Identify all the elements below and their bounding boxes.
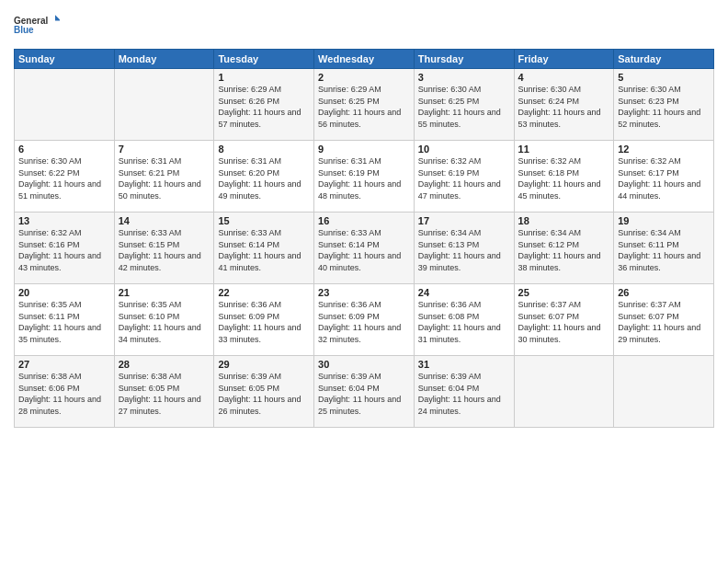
calendar-cell: 17Sunrise: 6:34 AM Sunset: 6:13 PM Dayli… [414, 213, 514, 284]
day-number: 7 [119, 144, 210, 155]
day-number: 8 [218, 144, 310, 155]
calendar-cell: 6Sunrise: 6:30 AM Sunset: 6:22 PM Daylig… [15, 141, 115, 213]
day-info: Sunrise: 6:34 AM Sunset: 6:13 PM Dayligh… [418, 227, 510, 273]
day-number: 12 [618, 144, 710, 155]
day-info: Sunrise: 6:32 AM Sunset: 6:19 PM Dayligh… [418, 155, 510, 201]
day-info: Sunrise: 6:38 AM Sunset: 6:05 PM Dayligh… [119, 371, 210, 417]
day-info: Sunrise: 6:34 AM Sunset: 6:11 PM Dayligh… [618, 227, 710, 273]
day-number: 28 [119, 359, 210, 370]
calendar-cell [15, 69, 115, 141]
calendar-cell: 22Sunrise: 6:36 AM Sunset: 6:09 PM Dayli… [214, 284, 314, 356]
day-number: 4 [518, 72, 610, 83]
weekday-sunday: Sunday [15, 50, 115, 69]
weekday-monday: Monday [114, 50, 214, 69]
weekday-tuesday: Tuesday [214, 50, 314, 69]
day-number: 15 [218, 215, 310, 226]
weekday-saturday: Saturday [614, 50, 714, 69]
day-info: Sunrise: 6:35 AM Sunset: 6:11 PM Dayligh… [18, 299, 110, 345]
day-info: Sunrise: 6:39 AM Sunset: 6:04 PM Dayligh… [318, 371, 410, 417]
day-info: Sunrise: 6:36 AM Sunset: 6:09 PM Dayligh… [218, 299, 310, 345]
week-row-4: 27Sunrise: 6:38 AM Sunset: 6:06 PM Dayli… [15, 356, 714, 428]
day-info: Sunrise: 6:30 AM Sunset: 6:25 PM Dayligh… [418, 84, 510, 130]
calendar-cell: 31Sunrise: 6:39 AM Sunset: 6:04 PM Dayli… [414, 356, 514, 428]
day-number: 2 [318, 72, 410, 83]
weekday-wednesday: Wednesday [314, 50, 415, 69]
day-number: 1 [218, 72, 310, 83]
svg-text:Blue: Blue [14, 25, 34, 35]
day-number: 31 [418, 359, 510, 370]
day-number: 9 [318, 144, 410, 155]
calendar-cell: 10Sunrise: 6:32 AM Sunset: 6:19 PM Dayli… [414, 141, 514, 213]
day-number: 20 [18, 287, 110, 298]
day-number: 6 [18, 144, 110, 155]
day-info: Sunrise: 6:32 AM Sunset: 6:18 PM Dayligh… [518, 155, 610, 201]
week-row-0: 1Sunrise: 6:29 AM Sunset: 6:26 PM Daylig… [15, 69, 714, 141]
calendar-cell: 7Sunrise: 6:31 AM Sunset: 6:21 PM Daylig… [114, 141, 214, 213]
calendar-cell: 27Sunrise: 6:38 AM Sunset: 6:06 PM Dayli… [15, 356, 115, 428]
calendar-cell [614, 356, 714, 428]
calendar-cell: 8Sunrise: 6:31 AM Sunset: 6:20 PM Daylig… [214, 141, 314, 213]
day-info: Sunrise: 6:38 AM Sunset: 6:06 PM Dayligh… [18, 371, 110, 417]
day-info: Sunrise: 6:32 AM Sunset: 6:16 PM Dayligh… [18, 227, 110, 273]
day-info: Sunrise: 6:30 AM Sunset: 6:23 PM Dayligh… [618, 84, 710, 130]
day-info: Sunrise: 6:31 AM Sunset: 6:20 PM Dayligh… [218, 155, 310, 201]
calendar-cell [514, 356, 614, 428]
calendar-cell: 11Sunrise: 6:32 AM Sunset: 6:18 PM Dayli… [514, 141, 614, 213]
day-number: 18 [518, 215, 610, 226]
calendar-cell: 1Sunrise: 6:29 AM Sunset: 6:26 PM Daylig… [214, 69, 314, 141]
calendar-cell: 3Sunrise: 6:30 AM Sunset: 6:25 PM Daylig… [414, 69, 514, 141]
calendar-cell: 28Sunrise: 6:38 AM Sunset: 6:05 PM Dayli… [114, 356, 214, 428]
day-info: Sunrise: 6:30 AM Sunset: 6:24 PM Dayligh… [518, 84, 610, 130]
day-info: Sunrise: 6:39 AM Sunset: 6:04 PM Dayligh… [418, 371, 510, 417]
day-number: 29 [218, 359, 310, 370]
week-row-1: 6Sunrise: 6:30 AM Sunset: 6:22 PM Daylig… [15, 141, 714, 213]
calendar-cell: 26Sunrise: 6:37 AM Sunset: 6:07 PM Dayli… [614, 284, 714, 356]
day-info: Sunrise: 6:33 AM Sunset: 6:14 PM Dayligh… [318, 227, 410, 273]
calendar-cell: 4Sunrise: 6:30 AM Sunset: 6:24 PM Daylig… [514, 69, 614, 141]
calendar-cell: 12Sunrise: 6:32 AM Sunset: 6:17 PM Dayli… [614, 141, 714, 213]
calendar-cell: 24Sunrise: 6:36 AM Sunset: 6:08 PM Dayli… [414, 284, 514, 356]
calendar-cell: 25Sunrise: 6:37 AM Sunset: 6:07 PM Dayli… [514, 284, 614, 356]
day-number: 14 [119, 215, 210, 226]
day-number: 30 [318, 359, 410, 370]
day-info: Sunrise: 6:35 AM Sunset: 6:10 PM Dayligh… [119, 299, 210, 345]
calendar-cell: 20Sunrise: 6:35 AM Sunset: 6:11 PM Dayli… [15, 284, 115, 356]
logo: General Blue [14, 9, 60, 41]
calendar-cell: 18Sunrise: 6:34 AM Sunset: 6:12 PM Dayli… [514, 213, 614, 284]
calendar-cell: 2Sunrise: 6:29 AM Sunset: 6:25 PM Daylig… [314, 69, 415, 141]
day-info: Sunrise: 6:33 AM Sunset: 6:14 PM Dayligh… [218, 227, 310, 273]
day-number: 10 [418, 144, 510, 155]
day-info: Sunrise: 6:29 AM Sunset: 6:25 PM Dayligh… [318, 84, 410, 130]
day-number: 11 [518, 144, 610, 155]
day-info: Sunrise: 6:30 AM Sunset: 6:22 PM Dayligh… [18, 155, 110, 201]
day-info: Sunrise: 6:36 AM Sunset: 6:08 PM Dayligh… [418, 299, 510, 345]
calendar-cell [114, 69, 214, 141]
day-number: 21 [119, 287, 210, 298]
calendar-cell: 19Sunrise: 6:34 AM Sunset: 6:11 PM Dayli… [614, 213, 714, 284]
day-info: Sunrise: 6:37 AM Sunset: 6:07 PM Dayligh… [618, 299, 710, 345]
week-row-2: 13Sunrise: 6:32 AM Sunset: 6:16 PM Dayli… [15, 213, 714, 284]
calendar-cell: 5Sunrise: 6:30 AM Sunset: 6:23 PM Daylig… [614, 69, 714, 141]
week-row-3: 20Sunrise: 6:35 AM Sunset: 6:11 PM Dayli… [15, 284, 714, 356]
day-number: 27 [18, 359, 110, 370]
day-number: 24 [418, 287, 510, 298]
day-number: 26 [618, 287, 710, 298]
calendar-cell: 9Sunrise: 6:31 AM Sunset: 6:19 PM Daylig… [314, 141, 415, 213]
day-info: Sunrise: 6:36 AM Sunset: 6:09 PM Dayligh… [318, 299, 410, 345]
calendar-cell: 13Sunrise: 6:32 AM Sunset: 6:16 PM Dayli… [15, 213, 115, 284]
calendar-cell: 30Sunrise: 6:39 AM Sunset: 6:04 PM Dayli… [314, 356, 415, 428]
header: General Blue [14, 9, 714, 41]
day-info: Sunrise: 6:31 AM Sunset: 6:19 PM Dayligh… [318, 155, 410, 201]
day-number: 19 [618, 215, 710, 226]
day-number: 13 [18, 215, 110, 226]
day-number: 17 [418, 215, 510, 226]
day-number: 16 [318, 215, 410, 226]
day-info: Sunrise: 6:37 AM Sunset: 6:07 PM Dayligh… [518, 299, 610, 345]
day-info: Sunrise: 6:39 AM Sunset: 6:05 PM Dayligh… [218, 371, 310, 417]
day-number: 23 [318, 287, 410, 298]
calendar-table: SundayMondayTuesdayWednesdayThursdayFrid… [14, 49, 714, 428]
page-container: General Blue SundayMondayTuesdayWednesda… [0, 0, 728, 432]
calendar-body: 1Sunrise: 6:29 AM Sunset: 6:26 PM Daylig… [15, 69, 714, 428]
weekday-thursday: Thursday [414, 50, 514, 69]
calendar-cell: 29Sunrise: 6:39 AM Sunset: 6:05 PM Dayli… [214, 356, 314, 428]
